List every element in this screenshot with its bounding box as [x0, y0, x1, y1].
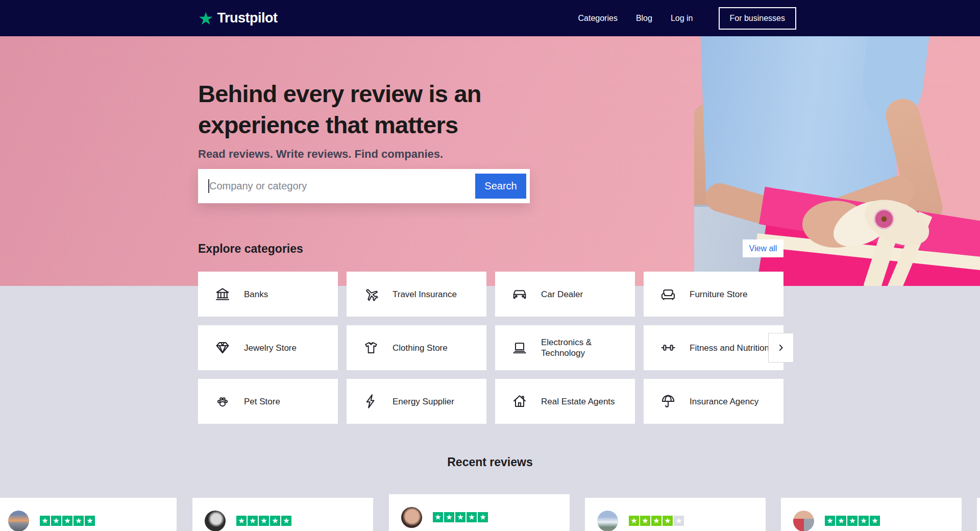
umbrella-icon: [660, 393, 676, 409]
chevron-right-icon: [775, 342, 787, 353]
trustpilot-logo[interactable]: ★ Trustpilot: [198, 0, 277, 36]
category-card-banks[interactable]: Banks: [198, 272, 338, 317]
review-card[interactable]: ★ ★ ★ ★ ★: [0, 498, 177, 531]
diamond-icon: [214, 340, 231, 356]
category-card-fitness-nutrition[interactable]: Fitness and Nutrition: [644, 325, 783, 370]
star-icon: ★: [674, 516, 684, 526]
category-label: Real Estate Agents: [541, 396, 615, 407]
category-card-car-dealer[interactable]: Car Dealer: [495, 272, 635, 317]
trustpilot-star-icon: ★: [198, 10, 213, 27]
hero-title-line2: experience that matters: [198, 109, 481, 140]
category-card-furniture-store[interactable]: Furniture Store: [644, 272, 783, 317]
star-icon: ★: [825, 516, 835, 526]
star-icon: ★: [859, 516, 869, 526]
categories-next-button[interactable]: [768, 333, 794, 363]
nav-link-categories[interactable]: Categories: [578, 14, 618, 23]
category-card-clothing-store[interactable]: Clothing Store: [347, 325, 486, 370]
category-label: Fitness and Nutrition: [690, 343, 769, 353]
review-card[interactable]: ★ ★ ★ ★ ★: [781, 498, 962, 531]
trustpilot-homepage: ★ Trustpilot Categories Blog Log in For …: [0, 0, 980, 531]
recent-reviews-heading: Recent reviews: [0, 455, 980, 469]
category-card-electronics-technology[interactable]: Electronics & Technology: [495, 325, 635, 370]
star-icon: ★: [259, 516, 269, 526]
star-rating-5: ★ ★ ★ ★ ★: [825, 516, 880, 526]
reviewer-avatar: [597, 511, 618, 531]
category-card-pet-store[interactable]: Pet Store: [198, 379, 338, 424]
house-icon: [511, 393, 528, 409]
star-icon: ★: [62, 516, 72, 526]
star-icon: ★: [51, 516, 61, 526]
hero-photo-person-with-gift: [694, 36, 980, 286]
category-grid: Banks Travel Insurance Car Dealer Furnit…: [198, 272, 783, 424]
star-icon: ★: [629, 516, 639, 526]
plane-icon: [363, 286, 379, 302]
category-label: Energy Supplier: [393, 396, 454, 407]
star-icon: ★: [663, 516, 673, 526]
search-input[interactable]: [198, 169, 474, 203]
category-label: Jewelry Store: [244, 343, 297, 353]
category-label: Clothing Store: [393, 343, 448, 353]
dumbbell-icon: [660, 340, 676, 356]
star-rating-4: ★ ★ ★ ★ ★: [629, 516, 684, 526]
review-card[interactable]: [977, 498, 980, 531]
reviewer-avatar: [793, 511, 814, 531]
hero-title: Behind every review is an experience tha…: [198, 78, 481, 140]
star-icon: ★: [847, 516, 857, 526]
review-card[interactable]: ★ ★ ★ ★ ★: [389, 494, 570, 531]
star-icon: ★: [74, 516, 84, 526]
star-icon: ★: [478, 512, 488, 522]
hero-title-line1: Behind every review is an: [198, 78, 481, 109]
star-icon: ★: [455, 512, 465, 522]
for-businesses-button[interactable]: For businesses: [719, 7, 797, 30]
view-all-button[interactable]: View all: [743, 239, 783, 257]
star-rating-5: ★ ★ ★ ★ ★: [40, 516, 95, 526]
search-bar: Search: [198, 169, 530, 203]
star-icon: ★: [444, 512, 454, 522]
star-icon: ★: [281, 516, 291, 526]
nav-link-blog[interactable]: Blog: [636, 14, 652, 23]
category-label: Furniture Store: [690, 289, 747, 300]
search-button[interactable]: Search: [475, 174, 526, 199]
review-card[interactable]: ★ ★ ★ ★ ★: [192, 498, 373, 531]
nav-links: Categories Blog Log in For businesses: [578, 0, 797, 36]
laptop-icon: [511, 340, 528, 356]
star-rating-5: ★ ★ ★ ★ ★: [236, 516, 291, 526]
logo-wordmark: Trustpilot: [217, 10, 277, 26]
star-icon: ★: [836, 516, 846, 526]
bolt-icon: [363, 393, 379, 409]
nav-link-login[interactable]: Log in: [671, 14, 693, 23]
paw-icon: [214, 393, 231, 409]
star-icon: ★: [85, 516, 95, 526]
hero-subtitle: Read reviews. Write reviews. Find compan…: [198, 148, 443, 161]
bank-icon: [214, 286, 231, 302]
text-caret: [208, 179, 209, 193]
category-label: Car Dealer: [541, 289, 583, 300]
category-label: Travel Insurance: [393, 289, 457, 300]
category-label: Banks: [244, 289, 268, 300]
category-label: Electronics & Technology: [541, 337, 628, 358]
star-icon: ★: [433, 512, 443, 522]
category-card-energy-supplier[interactable]: Energy Supplier: [347, 379, 486, 424]
category-label: Insurance Agency: [690, 396, 758, 407]
star-rating-5: ★ ★ ★ ★ ★: [433, 512, 488, 522]
category-card-jewelry-store[interactable]: Jewelry Store: [198, 325, 338, 370]
star-icon: ★: [640, 516, 650, 526]
category-label: Pet Store: [244, 396, 280, 407]
shirt-icon: [363, 340, 379, 356]
star-icon: ★: [270, 516, 280, 526]
gift-bow-flower: [874, 209, 894, 229]
explore-categories-heading: Explore categories: [198, 242, 303, 256]
category-card-travel-insurance[interactable]: Travel Insurance: [347, 272, 486, 317]
top-navbar: ★ Trustpilot Categories Blog Log in For …: [0, 0, 980, 36]
reviewer-avatar: [401, 507, 422, 528]
hero-section: Behind every review is an experience tha…: [0, 36, 980, 286]
reviewer-avatar: [8, 511, 29, 531]
car-icon: [511, 286, 528, 302]
star-icon: ★: [467, 512, 477, 522]
sofa-icon: [660, 286, 676, 302]
star-icon: ★: [248, 516, 258, 526]
category-card-insurance-agency[interactable]: Insurance Agency: [644, 379, 783, 424]
category-card-real-estate-agents[interactable]: Real Estate Agents: [495, 379, 635, 424]
review-card[interactable]: ★ ★ ★ ★ ★: [585, 498, 766, 531]
star-icon: ★: [40, 516, 50, 526]
